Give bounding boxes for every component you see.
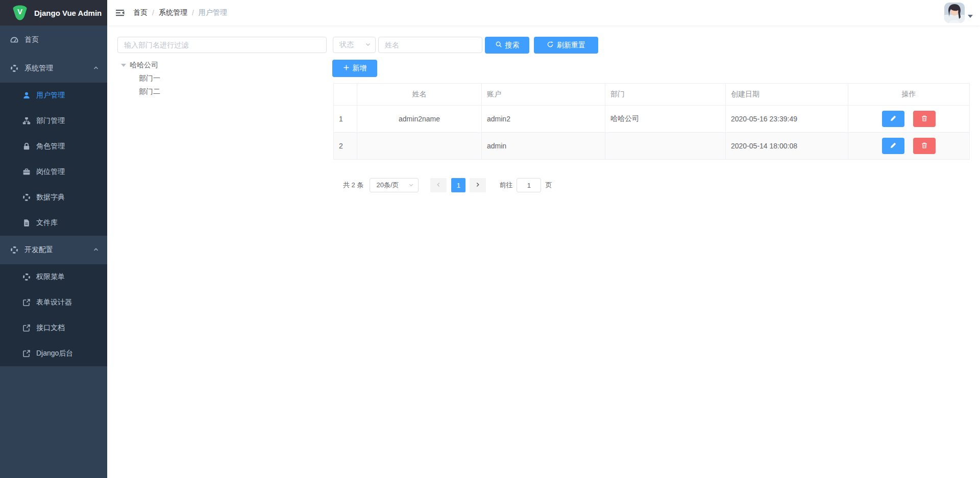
tree-node-label: 部门二 [139,87,160,96]
tree-node-dept1[interactable]: 部门一 [127,72,322,85]
page-number-current[interactable]: 1 [451,178,465,192]
jump-prefix-label: 前往 [499,181,512,190]
topbar: 首页 / 系统管理 / 用户管理 [107,0,980,26]
status-select[interactable]: 状态 [333,37,376,53]
delete-button[interactable] [913,138,936,154]
edit-pencil-icon [890,115,897,123]
sidebar-item-departments[interactable]: 部门管理 [0,108,107,134]
sidebar-item-users[interactable]: 用户管理 [0,83,107,108]
breadcrumb-item-current: 用户管理 [199,8,227,17]
briefcase-icon [22,168,31,176]
page-size-value: 20条/页 [376,181,399,190]
chevron-down-icon [365,40,371,49]
sidebar-item-permission-menu[interactable]: 权限菜单 [0,264,107,290]
user-table: 姓名 账户 部门 创建日期 操作 1 admin2name admin2 哈哈公… [333,83,969,160]
tree-node-company[interactable]: 哈哈公司 [117,59,322,72]
column-header-name: 姓名 [357,84,482,106]
external-link-icon [22,349,31,358]
delete-button[interactable] [913,111,936,127]
cell-index: 2 [334,133,357,160]
component-icon [10,246,18,254]
sidebar-group-system[interactable]: 系统管理 [0,54,107,83]
sidebar-item-label: 部门管理 [36,116,65,125]
user-menu[interactable] [944,3,973,23]
table-row: 2 admin 2020-05-14 18:00:08 [334,133,970,160]
search-button[interactable]: 搜索 [485,37,529,54]
logo-bar[interactable]: V Django Vue Admin [0,0,107,26]
breadcrumb-separator: / [152,9,154,17]
sidebar-item-home[interactable]: 首页 [0,26,107,54]
edit-button[interactable] [882,111,904,127]
jump-page-input[interactable] [517,178,541,192]
tree-children: 部门一 部门二 [117,72,322,98]
cell-actions [848,106,970,133]
sidebar-item-form-designer[interactable]: 表单设计器 [0,290,107,315]
edit-button[interactable] [882,138,904,154]
system-submenu: 用户管理 部门管理 角色管理 岗位管理 [0,83,107,236]
user-icon [22,91,31,99]
component-icon [22,193,31,202]
chevron-right-icon [475,182,481,189]
column-header-index [334,84,357,106]
column-header-created: 创建日期 [726,84,848,106]
prev-page-button[interactable] [430,178,447,192]
trash-icon [921,115,928,123]
sidebar-item-django-admin[interactable]: Django后台 [0,341,107,366]
cell-account: admin [482,133,605,160]
sidebar-item-posts[interactable]: 岗位管理 [0,159,107,185]
sidebar-fold-icon[interactable] [115,8,125,18]
chevron-up-icon [93,64,99,72]
next-page-button[interactable] [470,178,486,192]
column-header-dept: 部门 [605,84,726,106]
sidebar-item-api-docs[interactable]: 接口文档 [0,315,107,341]
refresh-reset-label: 刷新重置 [557,41,585,50]
component-icon [22,273,31,281]
add-button-label: 新增 [353,64,367,73]
sidebar-item-files[interactable]: 文件库 [0,210,107,236]
column-header-account: 账户 [482,84,605,106]
breadcrumb-item-system[interactable]: 系统管理 [159,8,187,17]
search-button-label: 搜索 [505,41,520,50]
add-button[interactable]: 新增 [332,60,377,77]
refresh-icon [547,41,554,49]
document-icon [22,219,31,227]
sidebar-item-label: 接口文档 [36,323,65,333]
sidebar-item-label: 岗位管理 [36,167,65,177]
cell-dept: 哈哈公司 [605,106,726,133]
jump-suffix-label: 页 [545,181,552,190]
page-size-select[interactable]: 20条/页 [370,178,419,192]
refresh-reset-button[interactable]: 刷新重置 [534,37,598,54]
lock-icon [22,142,31,150]
plus-icon [343,64,350,72]
vue-logo-icon: V [12,5,28,21]
chevron-left-icon [435,182,442,189]
chevron-down-icon [408,182,414,189]
sidebar-group-label: 开发配置 [24,245,53,255]
app-title: Django Vue Admin [34,9,102,17]
sidebar-item-label: 权限菜单 [36,272,65,282]
sidebar-group-label: 系统管理 [24,64,53,73]
sidebar-group-devconfig[interactable]: 开发配置 [0,236,107,264]
tree-node-label: 哈哈公司 [130,61,158,70]
tree-expand-icon[interactable] [117,64,130,67]
breadcrumb-item-home[interactable]: 首页 [133,8,148,17]
svg-text:V: V [17,7,22,16]
sidebar-item-label: 用户管理 [36,91,65,100]
sidebar-item-label: 表单设计器 [36,298,72,307]
dept-filter-input[interactable] [117,37,327,53]
page-jumper: 前往 页 [499,178,552,192]
avatar[interactable] [944,3,965,23]
cell-name: admin2name [357,106,482,133]
caret-down-icon [968,15,973,18]
sidebar-item-label: 文件库 [36,218,58,228]
sidebar-item-dictionary[interactable]: 数据字典 [0,185,107,210]
name-filter-input[interactable] [378,37,482,53]
tree-node-dept2[interactable]: 部门二 [127,85,322,98]
sidebar-item-label: 数据字典 [36,193,65,202]
status-select-placeholder: 状态 [339,40,354,49]
edit-pencil-icon [890,142,897,150]
breadcrumb: 首页 / 系统管理 / 用户管理 [133,8,227,17]
search-icon [495,41,502,49]
sidebar-item-roles[interactable]: 角色管理 [0,134,107,159]
breadcrumb-separator: / [192,9,194,17]
